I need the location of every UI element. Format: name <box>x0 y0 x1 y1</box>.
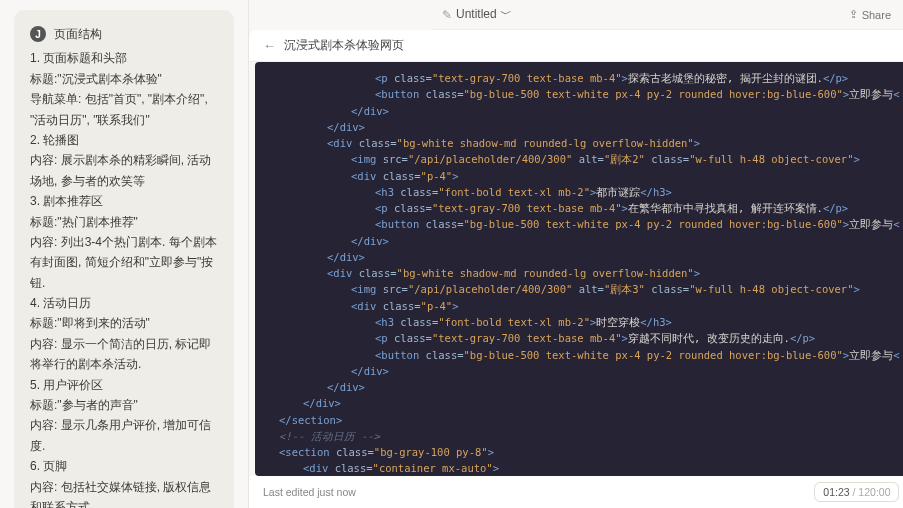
code-line: <button class="bg-blue-500 text-white px… <box>263 216 899 232</box>
last-edited-label: Last edited just now <box>263 486 356 498</box>
user-line: 内容: 显示几条用户评价, 增加可信度. <box>30 415 218 456</box>
code-line: <img src="/api/placeholder/400/300" alt=… <box>263 151 899 167</box>
code-line: </div> <box>263 249 899 265</box>
code-line: </div> <box>263 119 899 135</box>
code-line: <h3 class="font-bold text-xl mb-2">时空穿梭<… <box>263 314 899 330</box>
artifact-header-title: 沉浸式剧本杀体验网页 <box>284 37 404 54</box>
code-line: <div class="bg-white shadow-md rounded-l… <box>263 135 899 151</box>
code-line: </div> <box>263 395 899 411</box>
code-line: <p class="text-gray-700 text-base mb-4">… <box>263 330 899 346</box>
code-line: <button class="bg-blue-500 text-white px… <box>263 86 899 102</box>
chat-icon: ✎ <box>442 8 452 22</box>
code-line: </div> <box>263 103 899 119</box>
code-line: <!-- 活动日历 --> <box>263 428 899 444</box>
code-line: <div class="p-4"> <box>263 298 899 314</box>
user-line: 内容: 显示一个简洁的日历, 标记即将举行的剧本杀活动. <box>30 334 218 375</box>
code-viewer[interactable]: <p class="text-gray-700 text-base mb-4">… <box>255 62 903 476</box>
code-line: </div> <box>263 233 899 249</box>
user-line: 导航菜单: 包括"首页", "剧本介绍", "活动日历", "联系我们" <box>30 89 218 130</box>
code-line: <h3 class="font-bold text-xl mb-2">都市谜踪<… <box>263 184 899 200</box>
code-line: <div class="bg-white shadow-md rounded-l… <box>263 265 899 281</box>
user-line: 内容: 包括社交媒体链接, 版权信息和联系方式. <box>30 477 218 508</box>
user-line: 标题:"参与者的声音" <box>30 395 218 415</box>
code-line: <p class="text-gray-700 text-base mb-4">… <box>263 200 899 216</box>
share-button[interactable]: ⇪ Share <box>849 8 891 21</box>
code-footer: Last edited just now 01:23 / 120:00 <box>249 476 903 508</box>
code-line: <p class="text-gray-700 text-base mb-4">… <box>263 70 899 86</box>
user-line: 3. 剧本推荐区 <box>30 191 218 211</box>
code-line: <section class="bg-gray-100 py-8"> <box>263 444 899 460</box>
user-line: 标题:"沉浸式剧本杀体验" <box>30 69 218 89</box>
user-line: 内容: 展示剧本杀的精彩瞬间, 活动场地, 参与者的欢笑等 <box>30 150 218 191</box>
share-icon: ⇪ <box>849 8 858 21</box>
timer: 01:23 / 120:00 <box>814 482 899 502</box>
chevron-down-icon: ﹀ <box>500 7 512 21</box>
user-line: 4. 活动日历 <box>30 293 218 313</box>
code-line: <div class="container mx-auto"> <box>263 460 899 476</box>
top-bar: ✎ Untitled ﹀ ⇪ Share <box>430 0 903 30</box>
user-line: 2. 轮播图 <box>30 130 218 150</box>
user-line: 6. 页脚 <box>30 456 218 476</box>
back-arrow-icon[interactable]: ← <box>263 38 276 53</box>
code-line: <img src="/api/placeholder/400/300" alt=… <box>263 281 899 297</box>
user-line: 内容: 列出3-4个热门剧本. 每个剧本有封面图, 简短介绍和"立即参与"按钮. <box>30 232 218 293</box>
artifact-header: ← 沉浸式剧本杀体验网页 <box>249 30 903 62</box>
user-line: 标题:"即将到来的活动" <box>30 313 218 333</box>
code-line: <div class="p-4"> <box>263 168 899 184</box>
user-avatar: J <box>30 26 46 42</box>
code-line: </div> <box>263 379 899 395</box>
user-line: 1. 页面标题和头部 <box>30 48 218 68</box>
user-message: J 页面结构 1. 页面标题和头部标题:"沉浸式剧本杀体验"导航菜单: 包括"首… <box>14 10 234 508</box>
user-line: 5. 用户评价区 <box>30 375 218 395</box>
document-title[interactable]: Untitled ﹀ <box>456 6 512 23</box>
code-line: </div> <box>263 363 899 379</box>
user-line: 标题:"热门剧本推荐" <box>30 212 218 232</box>
code-line: <button class="bg-blue-500 text-white px… <box>263 347 899 363</box>
code-line: </section> <box>263 412 899 428</box>
user-line: 页面结构 <box>54 24 102 44</box>
